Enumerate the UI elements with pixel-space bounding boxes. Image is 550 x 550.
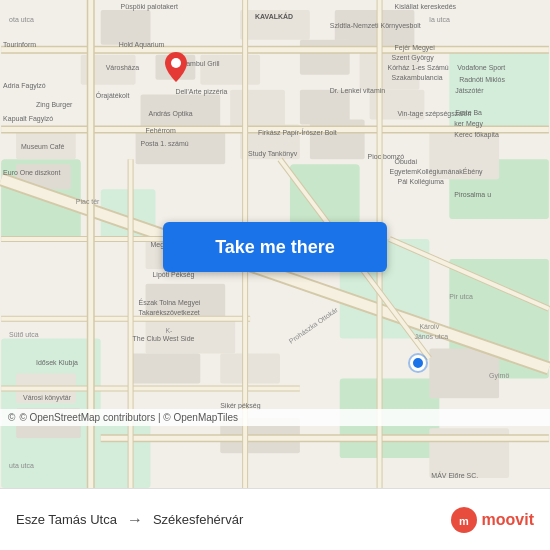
svg-text:Museum Café: Museum Café bbox=[21, 143, 65, 150]
svg-rect-11 bbox=[101, 10, 151, 45]
svg-text:MÁV Előre SC.: MÁV Előre SC. bbox=[431, 471, 478, 479]
svg-text:Városháza: Városháza bbox=[106, 64, 139, 71]
svg-text:Gyimö: Gyimö bbox=[489, 372, 509, 380]
svg-rect-17 bbox=[300, 40, 350, 75]
svg-text:Euro One diszkont: Euro One diszkont bbox=[3, 169, 60, 176]
route-to: Székesfehérvár bbox=[153, 512, 243, 527]
svg-text:Posta 1. számú: Posta 1. számú bbox=[141, 140, 189, 147]
svg-text:Pir utca: Pir utca bbox=[449, 293, 473, 300]
svg-text:Észak Tolna Megyei: Észak Tolna Megyei bbox=[139, 298, 201, 307]
svg-text:m: m bbox=[459, 515, 469, 527]
svg-text:Radnóti Miklós: Radnóti Miklós bbox=[459, 76, 505, 83]
svg-point-122 bbox=[171, 58, 181, 68]
map-pin bbox=[165, 52, 187, 82]
svg-text:Dr. Lenkei vitamin: Dr. Lenkei vitamin bbox=[330, 87, 386, 94]
svg-text:Károlv: Károlv bbox=[419, 323, 439, 330]
svg-text:Zing Burger: Zing Burger bbox=[36, 101, 73, 109]
svg-text:János utca: János utca bbox=[414, 333, 448, 340]
svg-text:Sütő utca: Sütő utca bbox=[9, 331, 39, 338]
current-location-dot bbox=[410, 355, 426, 371]
svg-text:uta utca: uta utca bbox=[9, 462, 34, 469]
svg-text:ota utca: ota utca bbox=[9, 16, 34, 23]
svg-text:Fejér Megyei: Fejér Megyei bbox=[395, 44, 436, 52]
route-from: Esze Tamás Utca bbox=[16, 512, 117, 527]
app-container: ota utca uta utca la utca Pir utca Károl… bbox=[0, 0, 550, 550]
svg-text:ker Megy: ker Megy bbox=[454, 120, 483, 128]
svg-text:Piac tér: Piac tér bbox=[76, 198, 100, 205]
bottom-bar: Esze Tamás Utca → Székesfehérvár m moovi… bbox=[0, 488, 550, 550]
svg-text:Városi könyvtár: Városi könyvtár bbox=[23, 394, 72, 402]
attribution-bar: © © OpenStreetMap contributors | © OpenM… bbox=[0, 409, 550, 426]
route-arrow-icon: → bbox=[127, 511, 143, 529]
svg-rect-20 bbox=[230, 90, 285, 130]
svg-text:The Club West Side: The Club West Side bbox=[133, 335, 195, 342]
svg-text:Szldtla-Nemzeti Környvesbolt: Szldtla-Nemzeti Környvesbolt bbox=[330, 22, 421, 30]
svg-text:KAVALKÁD: KAVALKÁD bbox=[255, 12, 293, 20]
moovit-logo: m moovit bbox=[450, 506, 534, 534]
svg-text:Kerec főkapita: Kerec főkapita bbox=[454, 131, 499, 139]
svg-text:Idősek Klubja: Idősek Klubja bbox=[36, 360, 78, 368]
copyright-icon: © bbox=[8, 412, 15, 423]
moovit-icon: m bbox=[450, 506, 478, 534]
svg-text:Kislállat kereskedés: Kislállat kereskedés bbox=[395, 3, 457, 10]
svg-text:Fehérrom: Fehérrom bbox=[146, 127, 176, 134]
svg-text:Püspöki palotakert: Püspöki palotakert bbox=[121, 3, 178, 11]
svg-text:Erste Ba: Erste Ba bbox=[455, 109, 482, 116]
svg-text:Study Tankönyv: Study Tankönyv bbox=[248, 150, 298, 158]
svg-text:Kórház 1-es Számú: Kórház 1-es Számú bbox=[388, 64, 449, 71]
svg-text:Hold Aquarium: Hold Aquarium bbox=[119, 41, 165, 49]
svg-text:Szakambulancia: Szakambulancia bbox=[392, 74, 443, 81]
svg-text:András Optika: András Optika bbox=[149, 110, 193, 118]
svg-text:Órajátékolt: Órajátékolt bbox=[96, 91, 130, 100]
svg-rect-21 bbox=[300, 90, 350, 125]
svg-text:Dell'Arte pizzéria: Dell'Arte pizzéria bbox=[175, 88, 227, 96]
svg-text:Adria Fagylzó: Adria Fagylzó bbox=[3, 82, 46, 90]
svg-text:Lipóti Pékség: Lipóti Pékség bbox=[153, 271, 195, 279]
attribution-text: © OpenStreetMap contributors | © OpenMap… bbox=[19, 412, 238, 423]
svg-text:Tourinform: Tourinform bbox=[3, 41, 36, 48]
take-me-there-button[interactable]: Take me there bbox=[163, 222, 387, 272]
svg-text:K-: K- bbox=[165, 327, 173, 334]
svg-rect-31 bbox=[131, 354, 201, 384]
svg-rect-32 bbox=[220, 354, 280, 384]
svg-text:la utca: la utca bbox=[429, 16, 450, 23]
svg-text:Kapualt Fagylzó: Kapualt Fagylzó bbox=[3, 116, 53, 124]
svg-text:Pál Kollégiuma: Pál Kollégiuma bbox=[397, 178, 444, 186]
svg-text:EgyetemKollégiumánakÉbény: EgyetemKollégiumánakÉbény bbox=[390, 167, 483, 176]
svg-text:Szent György: Szent György bbox=[392, 54, 435, 62]
svg-text:Játszótér: Játszótér bbox=[455, 87, 484, 94]
svg-text:Takarékszövetkezet: Takarékszövetkezet bbox=[139, 309, 200, 316]
svg-text:Firkász Papír-Írószer Bolt: Firkász Papír-Írószer Bolt bbox=[258, 128, 337, 137]
svg-text:Pirosalma u: Pirosalma u bbox=[454, 191, 491, 198]
svg-text:Óbudai: Óbudai bbox=[395, 157, 418, 165]
svg-text:Vodafone Sport: Vodafone Sport bbox=[457, 64, 505, 72]
map-area: ota utca uta utca la utca Pir utca Károl… bbox=[0, 0, 550, 488]
moovit-text: moovit bbox=[482, 511, 534, 529]
svg-rect-25 bbox=[310, 120, 365, 160]
